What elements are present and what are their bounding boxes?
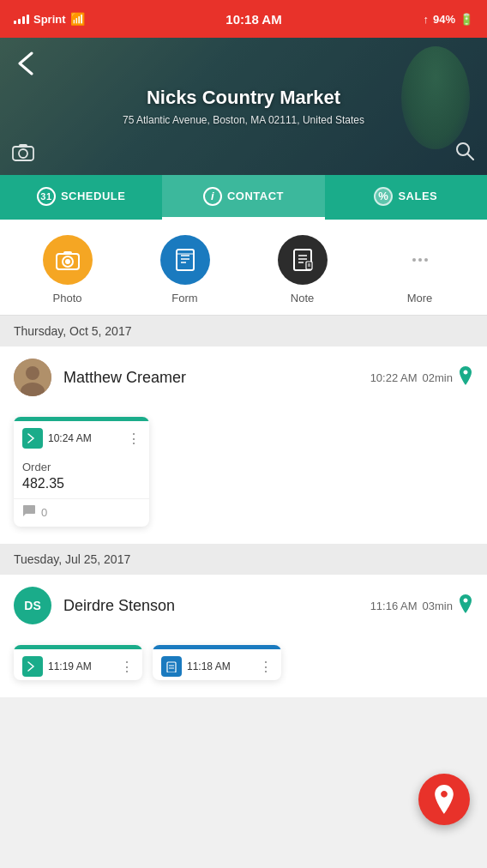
percent-icon: % <box>374 187 393 206</box>
card-body-1: Order 482.35 <box>14 452 149 498</box>
mini-card-1: 11:19 AM ⋮ <box>14 645 142 680</box>
svg-point-8 <box>65 259 70 264</box>
svg-rect-2 <box>19 144 27 148</box>
more-action[interactable]: More <box>361 235 478 304</box>
note-action[interactable]: Note <box>244 235 361 304</box>
svg-rect-9 <box>177 250 194 270</box>
note-label: Note <box>291 292 314 304</box>
more-icon <box>395 235 445 285</box>
tab-contact[interactable]: i CONTACT <box>162 175 324 220</box>
back-button[interactable] <box>10 48 41 79</box>
battery-label: 94% <box>433 13 455 26</box>
avatar-deirdre: DS <box>14 587 51 624</box>
card-options-button[interactable]: ⋮ <box>127 431 141 447</box>
visit-meta-2: 11:16 AM 03min <box>370 594 473 618</box>
signal-icon <box>14 15 29 24</box>
mini-card-icon-1 <box>22 656 43 677</box>
visit-meta-1: 10:22 AM 02min <box>370 366 473 389</box>
visit-duration-2: 03min <box>423 600 453 612</box>
mini-card-header-2: 11:18 AM ⋮ <box>153 649 281 680</box>
cards-area-1: 10:24 AM ⋮ Order 482.35 0 <box>0 408 487 544</box>
comment-icon <box>22 504 36 520</box>
tab-sales-label: SALES <box>398 190 437 202</box>
card-footer-1: 0 <box>14 498 149 527</box>
form-action[interactable]: Form <box>126 235 244 304</box>
search-icon[interactable] <box>454 141 475 165</box>
card-value-1: 482.35 <box>22 476 141 491</box>
carrier-label: Sprint <box>33 13 66 26</box>
photo-icon-circle <box>43 235 93 285</box>
visit-row-2: DS Deirdre Stenson 11:16 AM 03min <box>0 575 487 636</box>
photo-label: Photo <box>53 292 82 304</box>
camera-icon[interactable] <box>12 142 34 165</box>
mini-card-time-2: 11:18 AM <box>187 660 231 672</box>
svg-line-4 <box>467 154 473 160</box>
activity-card-1: 10:24 AM ⋮ Order 482.35 0 <box>14 417 149 527</box>
wifi-icon: 📶 <box>70 12 85 26</box>
mini-card-header-1: 11:19 AM ⋮ <box>14 649 142 680</box>
svg-rect-7 <box>63 251 72 255</box>
tab-sales[interactable]: % SALES <box>325 175 487 220</box>
visit-time-2: 11:16 AM <box>370 600 418 612</box>
date-header-1: Thursday, Oct 5, 2017 <box>0 316 487 347</box>
location-pin-icon-1 <box>458 366 473 389</box>
visit-duration-1: 02min <box>423 371 453 384</box>
mini-card-2: 11:18 AM ⋮ <box>153 645 281 680</box>
tab-schedule[interactable]: 31 SCHEDULE <box>0 175 162 220</box>
card-activity-icon <box>22 428 43 449</box>
venue-title: Nicks Country Market <box>123 87 364 109</box>
comment-count-1: 0 <box>41 506 47 519</box>
hero-header: Nicks Country Market 75 Atlantic Avenue,… <box>0 38 487 175</box>
date-header-2: Tuesday, Jul 25, 2017 <box>0 544 487 575</box>
fab-location-button[interactable] <box>418 774 470 825</box>
tab-bar: 31 SCHEDULE i CONTACT % SALES <box>0 175 487 220</box>
note-icon-circle <box>278 235 328 285</box>
location-icon: ↑ <box>423 13 429 26</box>
svg-rect-24 <box>167 662 176 672</box>
cards-area-2: 11:19 AM ⋮ 11:18 AM ⋮ <box>0 636 487 697</box>
mini-card-icon-2 <box>161 656 182 677</box>
form-icon-circle <box>160 235 210 285</box>
tab-contact-label: CONTACT <box>227 190 284 202</box>
battery-icon: 🔋 <box>460 13 473 26</box>
visit-row-1: Matthew Creamer 10:22 AM 02min <box>0 347 487 408</box>
status-left: Sprint 📶 <box>14 12 85 26</box>
info-icon: i <box>203 187 222 206</box>
mini-card-time-1: 11:19 AM <box>48 660 92 672</box>
card-label-1: Order <box>22 461 141 473</box>
visit-person-1: Matthew Creamer <box>63 369 358 387</box>
photo-action[interactable]: Photo <box>9 235 126 304</box>
location-pin-icon-2 <box>458 594 473 618</box>
status-bar: Sprint 📶 10:18 AM ↑ 94% 🔋 <box>0 0 487 38</box>
mini-card-options-2[interactable]: ⋮ <box>259 659 273 675</box>
status-time: 10:18 AM <box>225 12 281 27</box>
calendar-icon: 31 <box>37 187 56 206</box>
actions-row: Photo Form Note <box>0 220 487 316</box>
svg-point-22 <box>26 366 39 380</box>
status-right: ↑ 94% 🔋 <box>423 13 473 26</box>
more-label: More <box>407 292 433 304</box>
tab-schedule-label: SCHEDULE <box>61 190 126 202</box>
avatar-matthew <box>14 359 51 396</box>
card-time-1: 10:24 AM <box>48 432 92 444</box>
visit-time-1: 10:22 AM <box>370 371 418 384</box>
form-label: Form <box>171 292 197 304</box>
mini-card-options-1[interactable]: ⋮ <box>120 659 134 675</box>
svg-point-1 <box>19 149 27 158</box>
visit-person-2: Deirdre Stenson <box>63 597 358 615</box>
venue-address: 75 Atlantic Avenue, Boston, MA 02111, Un… <box>123 114 364 126</box>
card-header-1: 10:24 AM ⋮ <box>14 421 149 452</box>
